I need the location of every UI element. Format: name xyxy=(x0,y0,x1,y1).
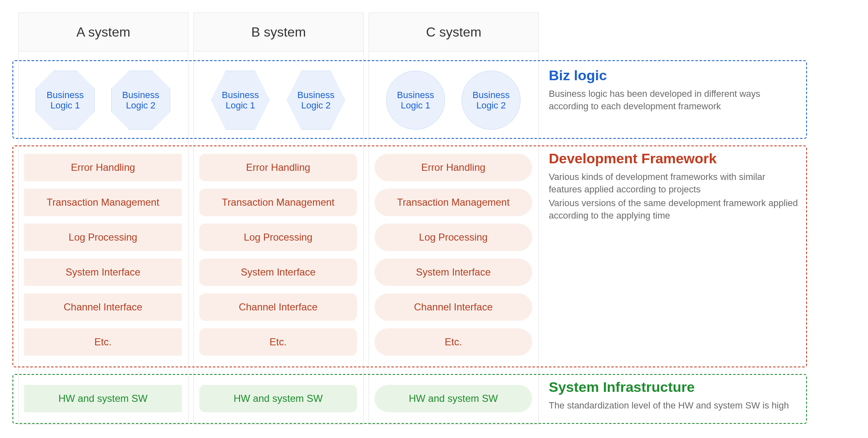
fw-bar: Error Handling xyxy=(374,154,532,181)
fw-bar: Etc. xyxy=(374,328,532,356)
logic-b-1: BusinessLogic 1 xyxy=(211,71,270,130)
logic-c-2: BusinessLogic 2 xyxy=(462,71,521,130)
fw-bar: Transaction Management xyxy=(374,189,532,216)
infra-bar-c: HW and system SW xyxy=(374,385,532,412)
dev-desc-1: Various kinds of development frameworks … xyxy=(549,171,798,195)
logic-shapes-b: BusinessLogic 1 BusinessLogic 2 xyxy=(193,71,363,130)
dev-desc-2: Various versions of the same development… xyxy=(549,197,798,221)
fw-bar: Channel Interface xyxy=(374,293,532,321)
fw-bar: Log Processing xyxy=(199,224,357,251)
fw-bar: Etc. xyxy=(24,328,182,356)
fw-bar: System Interface xyxy=(199,258,357,286)
architecture-diagram: A system B system C system BusinessLogic… xyxy=(0,0,868,438)
fw-bar: Log Processing xyxy=(24,224,182,251)
infra-bar-b: HW and system SW xyxy=(199,385,357,412)
infra-bar-a: HW and system SW xyxy=(24,385,182,412)
fw-bar: Channel Interface xyxy=(24,293,182,321)
column-a-title: A system xyxy=(19,13,188,52)
logic-shapes-c: BusinessLogic 1 BusinessLogic 2 xyxy=(369,71,538,130)
fw-bar: System Interface xyxy=(374,258,532,286)
logic-c-1: BusinessLogic 1 xyxy=(386,71,445,130)
section-biz-text: Biz logic Business logic has been develo… xyxy=(549,67,798,114)
fw-bar: Transaction Management xyxy=(24,189,182,216)
framework-bars-a: Error Handling Transaction Management Lo… xyxy=(24,154,182,356)
fw-bar: Transaction Management xyxy=(199,189,357,216)
fw-bar: Error Handling xyxy=(24,154,182,181)
logic-a-2: BusinessLogic 2 xyxy=(111,71,170,130)
fw-bar: System Interface xyxy=(24,258,182,286)
column-b-title: B system xyxy=(194,13,363,52)
fw-bar: Error Handling xyxy=(199,154,357,181)
logic-shapes-a: BusinessLogic 1 BusinessLogic 2 xyxy=(18,71,188,130)
biz-title: Biz logic xyxy=(549,67,798,84)
infra-desc: The standardization level of the HW and … xyxy=(549,399,798,412)
biz-desc: Business logic has been developed in dif… xyxy=(549,88,798,112)
section-dev-text: Development Framework Various kinds of d… xyxy=(549,150,798,224)
fw-bar: Channel Interface xyxy=(199,293,357,321)
column-c-title: C system xyxy=(369,13,538,52)
infra-title: System Infrastructure xyxy=(549,379,798,395)
fw-bar: Etc. xyxy=(199,328,357,356)
framework-bars-b: Error Handling Transaction Management Lo… xyxy=(199,154,357,356)
logic-b-2: BusinessLogic 2 xyxy=(286,71,345,130)
framework-bars-c: Error Handling Transaction Management Lo… xyxy=(374,154,532,356)
fw-bar: Log Processing xyxy=(374,224,532,251)
section-infra-text: System Infrastructure The standardizatio… xyxy=(549,379,798,413)
dev-title: Development Framework xyxy=(549,150,798,167)
logic-a-1: BusinessLogic 1 xyxy=(36,71,95,130)
